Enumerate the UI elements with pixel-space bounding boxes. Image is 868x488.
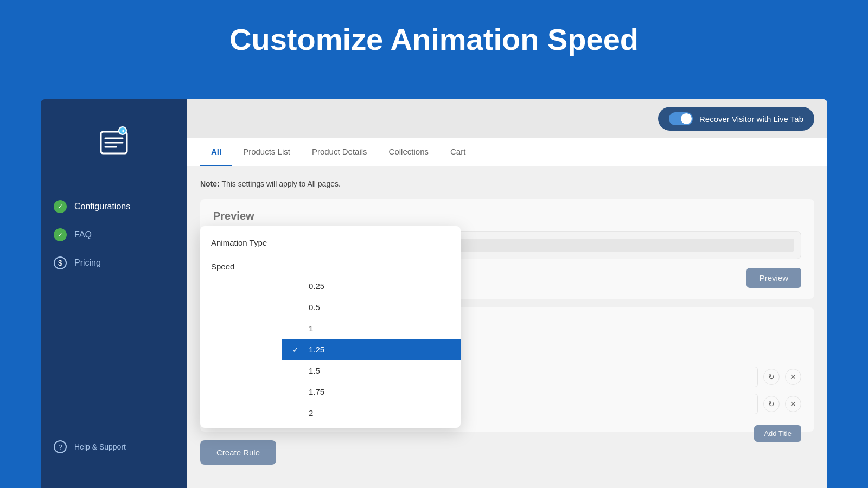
sidebar-footer[interactable]: ? Help & Support [41, 433, 187, 461]
main-content: Recover Visitor with Live Tab All Produc… [187, 99, 827, 488]
sidebar: ✦ ✓ Configurations ✓ FAQ $ Pricing [41, 99, 187, 488]
page-header: Customize Animation Speed [0, 0, 868, 73]
tab-all[interactable]: All [200, 138, 232, 166]
tabs-bar: All Products List Product Details Collec… [187, 138, 827, 166]
sidebar-item-configurations[interactable]: ✓ Configurations [41, 192, 187, 221]
content-area: Note: This settings will apply to All pa… [187, 166, 827, 478]
check-icon-configurations: ✓ [54, 200, 67, 213]
check-icon-faq: ✓ [54, 228, 67, 241]
tab-cart[interactable]: Cart [439, 138, 476, 166]
animation-type-row: Animation Type [200, 230, 461, 253]
speed-option-125[interactable]: ✓ 1.25 [282, 339, 461, 360]
sidebar-item-faq[interactable]: ✓ FAQ [41, 221, 187, 249]
app-logo-icon: ✦ [98, 126, 130, 165]
tab-products-list[interactable]: Products List [232, 138, 301, 166]
speed-label-row: Speed [200, 255, 461, 275]
live-tab-label: Recover Visitor with Live Tab [699, 114, 803, 124]
speed-option-2[interactable]: 2 [282, 402, 461, 423]
help-icon: ? [54, 440, 67, 453]
top-bar: Recover Visitor with Live Tab [187, 99, 827, 138]
speed-option-175[interactable]: 1.75 [282, 381, 461, 402]
speed-dropdown-card: Animation Type Speed 0.25 [200, 226, 461, 428]
speed-options-list: 0.25 0.5 1 ✓ 1.25 [282, 275, 461, 423]
svg-text:✦: ✦ [121, 129, 125, 134]
tab-collections[interactable]: Collections [378, 138, 439, 166]
speed-option-05[interactable]: 0.5 [282, 297, 461, 318]
live-tab-toggle[interactable]: Recover Visitor with Live Tab [658, 107, 814, 131]
speed-option-025[interactable]: 0.25 [282, 275, 461, 297]
speed-option-15[interactable]: 1.5 [282, 360, 461, 381]
tab-product-details[interactable]: Product Details [301, 138, 378, 166]
dropdown-overlay: Animation Type Speed 0.25 [187, 166, 827, 478]
sidebar-logo: ✦ [41, 115, 187, 176]
speed-option-1[interactable]: 1 [282, 318, 461, 339]
page-title: Customize Animation Speed [0, 22, 868, 57]
app-container: ✦ ✓ Configurations ✓ FAQ $ Pricing [41, 99, 827, 488]
sidebar-item-pricing[interactable]: $ Pricing [41, 249, 187, 277]
dollar-icon-pricing: $ [54, 256, 67, 269]
toggle-switch[interactable] [669, 112, 693, 125]
sidebar-nav: ✓ Configurations ✓ FAQ $ Pricing [41, 192, 187, 277]
